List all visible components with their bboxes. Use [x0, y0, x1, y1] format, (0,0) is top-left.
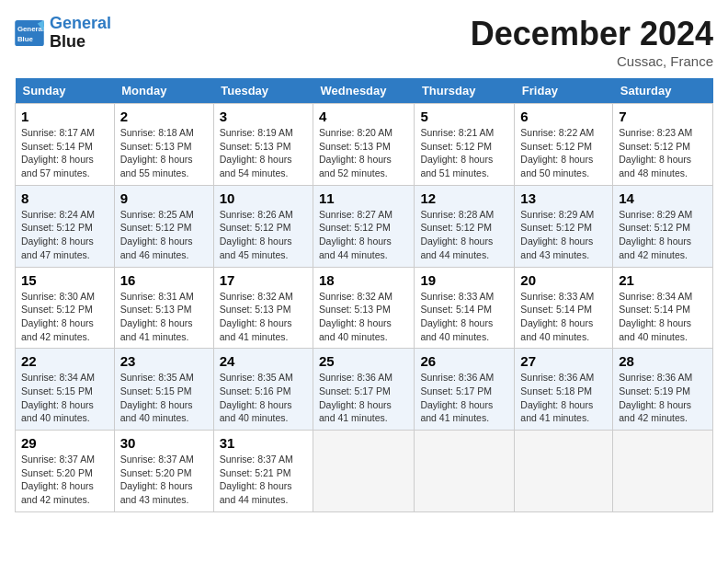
day-number: 22: [21, 353, 108, 369]
header-saturday: Saturday: [613, 78, 713, 104]
day-info: Sunrise: 8:28 AM Sunset: 5:12 PM Dayligh…: [420, 208, 508, 262]
day-info: Sunrise: 8:29 AM Sunset: 5:12 PM Dayligh…: [619, 208, 707, 262]
calendar-week-row: 29 Sunrise: 8:37 AM Sunset: 5:20 PM Dayl…: [16, 431, 713, 512]
calendar-cell: 31 Sunrise: 8:37 AM Sunset: 5:21 PM Dayl…: [213, 431, 313, 512]
calendar-cell: [613, 431, 713, 512]
page-header: General Blue GeneralBlue December 2024 C…: [15, 15, 713, 69]
day-info: Sunrise: 8:19 AM Sunset: 5:13 PM Dayligh…: [220, 126, 307, 180]
calendar-cell: 22 Sunrise: 8:34 AM Sunset: 5:15 PM Dayl…: [16, 349, 115, 431]
calendar-cell: 18 Sunrise: 8:32 AM Sunset: 5:13 PM Dayl…: [313, 267, 415, 349]
day-number: 11: [319, 190, 408, 206]
day-number: 5: [420, 109, 508, 124]
calendar-cell: 7 Sunrise: 8:23 AM Sunset: 5:12 PM Dayli…: [613, 104, 713, 186]
month-title: December 2024: [471, 15, 713, 53]
header-thursday: Thursday: [415, 78, 515, 104]
calendar-cell: 17 Sunrise: 8:32 AM Sunset: 5:13 PM Dayl…: [213, 267, 313, 349]
calendar-cell: 19 Sunrise: 8:33 AM Sunset: 5:14 PM Dayl…: [415, 267, 515, 349]
day-number: 18: [319, 272, 408, 288]
calendar-cell: 12 Sunrise: 8:28 AM Sunset: 5:12 PM Dayl…: [415, 185, 515, 267]
day-number: 24: [220, 353, 307, 369]
calendar-cell: [415, 431, 515, 512]
calendar-cell: 28 Sunrise: 8:36 AM Sunset: 5:19 PM Dayl…: [613, 349, 713, 431]
day-info: Sunrise: 8:21 AM Sunset: 5:12 PM Dayligh…: [420, 126, 508, 180]
day-number: 23: [120, 353, 208, 369]
calendar-cell: 13 Sunrise: 8:29 AM Sunset: 5:12 PM Dayl…: [515, 185, 613, 267]
calendar-cell: 26 Sunrise: 8:36 AM Sunset: 5:17 PM Dayl…: [415, 349, 515, 431]
day-number: 10: [220, 190, 307, 206]
calendar-cell: 30 Sunrise: 8:37 AM Sunset: 5:20 PM Dayl…: [114, 431, 213, 512]
day-info: Sunrise: 8:34 AM Sunset: 5:15 PM Dayligh…: [21, 371, 108, 425]
day-info: Sunrise: 8:17 AM Sunset: 5:14 PM Dayligh…: [21, 126, 108, 180]
title-area: December 2024 Cussac, France: [471, 15, 713, 69]
header-sunday: Sunday: [16, 78, 115, 104]
day-number: 27: [520, 353, 607, 369]
day-info: Sunrise: 8:23 AM Sunset: 5:12 PM Dayligh…: [619, 126, 707, 180]
day-info: Sunrise: 8:27 AM Sunset: 5:12 PM Dayligh…: [319, 208, 408, 262]
calendar-cell: 5 Sunrise: 8:21 AM Sunset: 5:12 PM Dayli…: [415, 104, 515, 186]
day-info: Sunrise: 8:33 AM Sunset: 5:14 PM Dayligh…: [420, 290, 508, 344]
day-number: 31: [220, 435, 307, 451]
day-number: 15: [21, 272, 108, 288]
calendar-cell: 11 Sunrise: 8:27 AM Sunset: 5:12 PM Dayl…: [313, 185, 415, 267]
calendar-cell: 2 Sunrise: 8:18 AM Sunset: 5:13 PM Dayli…: [114, 104, 213, 186]
header-tuesday: Tuesday: [213, 78, 313, 104]
day-number: 19: [420, 272, 508, 288]
day-info: Sunrise: 8:35 AM Sunset: 5:15 PM Dayligh…: [120, 371, 208, 425]
svg-text:Blue: Blue: [17, 35, 34, 43]
day-info: Sunrise: 8:32 AM Sunset: 5:13 PM Dayligh…: [319, 290, 408, 344]
day-info: Sunrise: 8:25 AM Sunset: 5:12 PM Dayligh…: [120, 208, 208, 262]
day-number: 28: [619, 353, 707, 369]
day-number: 14: [619, 190, 707, 206]
calendar-cell: 20 Sunrise: 8:33 AM Sunset: 5:14 PM Dayl…: [515, 267, 613, 349]
day-info: Sunrise: 8:31 AM Sunset: 5:13 PM Dayligh…: [120, 290, 208, 344]
logo-text: GeneralBlue: [50, 15, 111, 52]
day-number: 9: [120, 190, 208, 206]
day-number: 6: [520, 109, 607, 124]
calendar-cell: 3 Sunrise: 8:19 AM Sunset: 5:13 PM Dayli…: [213, 104, 313, 186]
calendar-cell: 21 Sunrise: 8:34 AM Sunset: 5:14 PM Dayl…: [613, 267, 713, 349]
day-info: Sunrise: 8:24 AM Sunset: 5:12 PM Dayligh…: [21, 208, 108, 262]
weekday-header-row: Sunday Monday Tuesday Wednesday Thursday…: [16, 78, 713, 104]
calendar-cell: 10 Sunrise: 8:26 AM Sunset: 5:12 PM Dayl…: [213, 185, 313, 267]
header-wednesday: Wednesday: [313, 78, 415, 104]
day-number: 21: [619, 272, 707, 288]
day-info: Sunrise: 8:26 AM Sunset: 5:12 PM Dayligh…: [220, 208, 307, 262]
location: Cussac, France: [471, 53, 713, 69]
day-info: Sunrise: 8:37 AM Sunset: 5:21 PM Dayligh…: [220, 453, 307, 507]
day-number: 20: [520, 272, 607, 288]
day-number: 30: [120, 435, 208, 451]
day-info: Sunrise: 8:20 AM Sunset: 5:13 PM Dayligh…: [319, 126, 408, 180]
logo-icon: General Blue: [15, 20, 44, 46]
calendar-cell: 23 Sunrise: 8:35 AM Sunset: 5:15 PM Dayl…: [114, 349, 213, 431]
day-number: 8: [21, 190, 108, 206]
day-number: 25: [319, 353, 408, 369]
day-number: 29: [21, 435, 108, 451]
calendar-cell: 25 Sunrise: 8:36 AM Sunset: 5:17 PM Dayl…: [313, 349, 415, 431]
calendar-week-row: 15 Sunrise: 8:30 AM Sunset: 5:12 PM Dayl…: [16, 267, 713, 349]
calendar-cell: 1 Sunrise: 8:17 AM Sunset: 5:14 PM Dayli…: [16, 104, 115, 186]
calendar-cell: [515, 431, 613, 512]
day-info: Sunrise: 8:37 AM Sunset: 5:20 PM Dayligh…: [120, 453, 208, 507]
calendar-cell: 8 Sunrise: 8:24 AM Sunset: 5:12 PM Dayli…: [16, 185, 115, 267]
day-number: 12: [420, 190, 508, 206]
day-info: Sunrise: 8:22 AM Sunset: 5:12 PM Dayligh…: [520, 126, 607, 180]
day-number: 4: [319, 109, 408, 124]
calendar-cell: 27 Sunrise: 8:36 AM Sunset: 5:18 PM Dayl…: [515, 349, 613, 431]
day-number: 3: [220, 109, 307, 124]
day-info: Sunrise: 8:36 AM Sunset: 5:17 PM Dayligh…: [420, 371, 508, 425]
day-number: 2: [120, 109, 208, 124]
day-info: Sunrise: 8:29 AM Sunset: 5:12 PM Dayligh…: [520, 208, 607, 262]
day-number: 13: [520, 190, 607, 206]
calendar-table: Sunday Monday Tuesday Wednesday Thursday…: [15, 78, 713, 512]
day-info: Sunrise: 8:37 AM Sunset: 5:20 PM Dayligh…: [21, 453, 108, 507]
calendar-cell: 29 Sunrise: 8:37 AM Sunset: 5:20 PM Dayl…: [16, 431, 115, 512]
day-info: Sunrise: 8:35 AM Sunset: 5:16 PM Dayligh…: [220, 371, 307, 425]
calendar-cell: 15 Sunrise: 8:30 AM Sunset: 5:12 PM Dayl…: [16, 267, 115, 349]
calendar-cell: 6 Sunrise: 8:22 AM Sunset: 5:12 PM Dayli…: [515, 104, 613, 186]
day-number: 7: [619, 109, 707, 124]
calendar-cell: 14 Sunrise: 8:29 AM Sunset: 5:12 PM Dayl…: [613, 185, 713, 267]
day-info: Sunrise: 8:34 AM Sunset: 5:14 PM Dayligh…: [619, 290, 707, 344]
day-number: 16: [120, 272, 208, 288]
logo: General Blue GeneralBlue: [15, 15, 111, 52]
day-info: Sunrise: 8:32 AM Sunset: 5:13 PM Dayligh…: [220, 290, 307, 344]
